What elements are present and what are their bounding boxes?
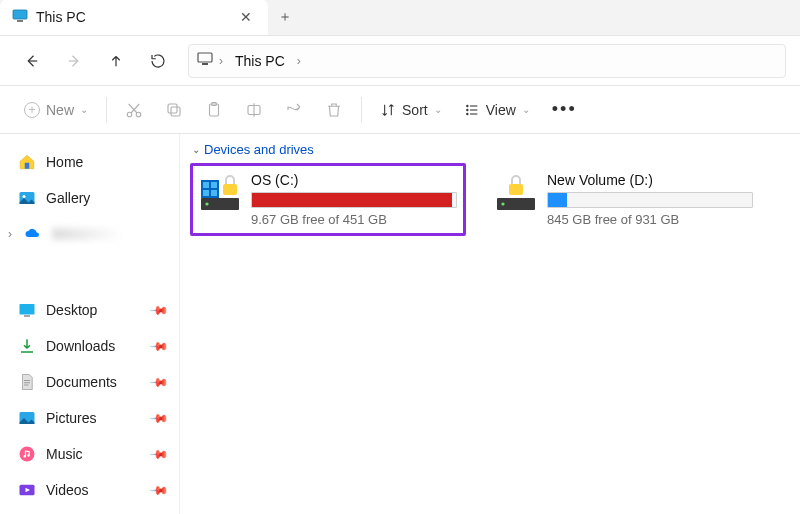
sidebar-item-documents[interactable]: Documents 📌	[10, 364, 175, 400]
svg-point-12	[466, 109, 467, 110]
sort-label: Sort	[402, 102, 428, 118]
svg-point-29	[501, 202, 504, 205]
chevron-down-icon: ⌄	[522, 104, 530, 115]
drive-free-text: 845 GB free of 931 GB	[547, 212, 753, 227]
sidebar-item-label: Pictures	[46, 410, 97, 426]
pin-icon: 📌	[149, 444, 170, 465]
cut-button[interactable]	[115, 92, 153, 128]
svg-rect-14	[25, 163, 30, 169]
drive-icon	[495, 172, 537, 214]
sidebar: Home Gallery Desktop 📌 Downloads 📌 Docum…	[0, 134, 180, 514]
sort-icon	[380, 102, 396, 118]
drive-label: New Volume (D:)	[547, 172, 753, 188]
svg-point-13	[466, 113, 467, 114]
tab-bar: This PC ✕ ＋	[0, 0, 800, 36]
new-button[interactable]: + New ⌄	[14, 92, 98, 128]
sidebar-item-videos[interactable]: Videos 📌	[10, 472, 175, 508]
svg-rect-3	[202, 63, 208, 65]
svg-point-11	[466, 105, 467, 106]
group-header[interactable]: ⌄ Devices and drives	[190, 140, 790, 163]
separator	[361, 97, 362, 123]
paste-button[interactable]	[195, 92, 233, 128]
drive-list: OS (C:) 9.67 GB free of 451 GB New Volum…	[190, 163, 790, 236]
address-bar[interactable]: › This PC ›	[188, 44, 786, 78]
chevron-right-icon[interactable]: ›	[219, 54, 223, 68]
tab-this-pc[interactable]: This PC ✕	[0, 0, 268, 35]
view-button[interactable]: View ⌄	[454, 92, 540, 128]
chevron-down-icon: ⌄	[192, 144, 200, 155]
group-title: Devices and drives	[204, 142, 314, 157]
document-icon	[18, 373, 36, 391]
pin-icon: 📌	[149, 372, 170, 393]
svg-rect-0	[13, 10, 27, 19]
usage-bar	[251, 192, 457, 208]
up-button[interactable]	[98, 43, 134, 79]
nav-row: › This PC ›	[0, 36, 800, 86]
drive-d[interactable]: New Volume (D:) 845 GB free of 931 GB	[486, 163, 762, 236]
usage-bar	[547, 192, 753, 208]
svg-point-16	[23, 195, 26, 198]
svg-point-21	[24, 455, 26, 457]
view-icon	[464, 102, 480, 118]
drive-c[interactable]: OS (C:) 9.67 GB free of 451 GB	[190, 163, 466, 236]
drive-icon	[199, 172, 241, 214]
pin-icon: 📌	[149, 300, 170, 321]
share-button[interactable]	[275, 92, 313, 128]
tab-title: This PC	[36, 9, 228, 25]
drive-label: OS (C:)	[251, 172, 457, 188]
sidebar-item-label: Gallery	[46, 190, 90, 206]
new-tab-button[interactable]: ＋	[268, 0, 302, 35]
sidebar-item-label	[52, 228, 122, 240]
close-icon[interactable]: ✕	[236, 8, 256, 26]
pin-icon: 📌	[149, 336, 170, 357]
back-button[interactable]	[14, 43, 50, 79]
svg-rect-27	[223, 184, 237, 195]
svg-rect-7	[168, 104, 177, 113]
copy-button[interactable]	[155, 92, 193, 128]
chevron-right-icon[interactable]: ›	[297, 54, 301, 68]
videos-icon	[18, 481, 36, 499]
sidebar-item-gallery[interactable]: Gallery	[10, 180, 175, 216]
sidebar-item-downloads[interactable]: Downloads 📌	[10, 328, 175, 364]
sidebar-item-label: Downloads	[46, 338, 115, 354]
chevron-down-icon: ⌄	[434, 104, 442, 115]
body: Home Gallery Desktop 📌 Downloads 📌 Docum…	[0, 134, 800, 514]
sidebar-item-label: Desktop	[46, 302, 97, 318]
pin-icon: 📌	[149, 480, 170, 501]
pictures-icon	[18, 409, 36, 427]
gallery-icon	[18, 189, 36, 207]
forward-button[interactable]	[56, 43, 92, 79]
download-icon	[18, 337, 36, 355]
sidebar-item-onedrive[interactable]	[16, 216, 175, 252]
ellipsis-icon: •••	[552, 99, 577, 120]
refresh-button[interactable]	[140, 43, 176, 79]
usage-fill	[252, 193, 452, 207]
sidebar-item-label: Home	[46, 154, 83, 170]
sidebar-item-home[interactable]: Home	[10, 144, 175, 180]
more-button[interactable]: •••	[542, 92, 587, 128]
svg-point-22	[27, 454, 29, 456]
sort-button[interactable]: Sort ⌄	[370, 92, 452, 128]
breadcrumb[interactable]: This PC	[229, 49, 291, 73]
sidebar-item-pictures[interactable]: Pictures 📌	[10, 400, 175, 436]
chevron-down-icon: ⌄	[80, 104, 88, 115]
toolbar: + New ⌄ Sort ⌄ View ⌄ •••	[0, 86, 800, 134]
svg-rect-6	[171, 107, 180, 116]
sidebar-item-desktop[interactable]: Desktop 📌	[10, 292, 175, 328]
delete-button[interactable]	[315, 92, 353, 128]
sidebar-item-music[interactable]: Music 📌	[10, 436, 175, 472]
desktop-icon	[18, 301, 36, 319]
plus-icon: ＋	[278, 8, 292, 26]
drive-free-text: 9.67 GB free of 451 GB	[251, 212, 457, 227]
rename-button[interactable]	[235, 92, 273, 128]
svg-rect-2	[198, 53, 212, 62]
monitor-icon	[12, 8, 28, 27]
pin-icon: 📌	[149, 408, 170, 429]
separator	[106, 97, 107, 123]
music-icon	[18, 445, 36, 463]
svg-rect-17	[20, 304, 35, 315]
svg-point-25	[205, 202, 208, 205]
svg-rect-1	[17, 20, 23, 22]
monitor-icon	[197, 51, 213, 70]
main-content: ⌄ Devices and drives OS (C:)	[180, 134, 800, 514]
